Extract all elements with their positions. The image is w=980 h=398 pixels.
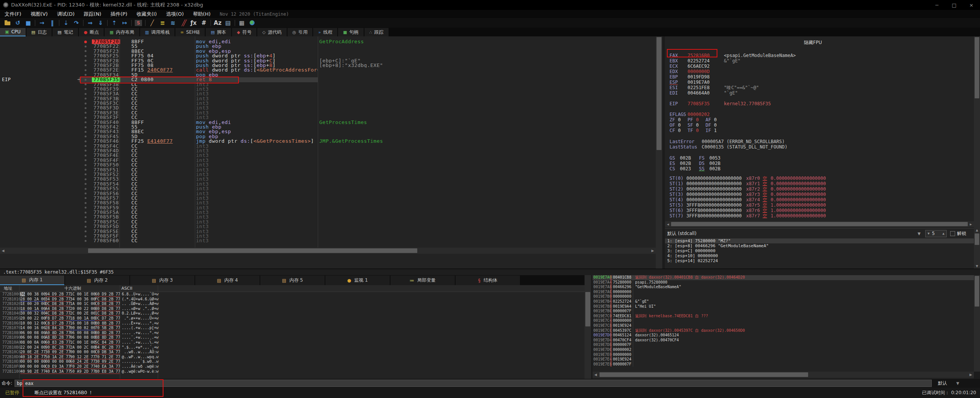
disasm-gutter[interactable] [79,144,92,148]
x87-row[interactable]: ST(0)00000000000000000000x87r0空0.0000000… [665,176,974,181]
register-row[interactable]: ECX6C6AEC92 [665,64,974,69]
run-to-user-code-icon[interactable]: ⇡ [109,19,119,27]
eflags-row[interactable]: EFLAGS00000202 [665,112,974,117]
x87-row[interactable]: ST(1)00000000000000000000x87r1空0.0000000… [665,181,974,186]
tab-breakpoints[interactable]: ●断点 [79,28,104,36]
menu-item-0[interactable]: 文件(F) [0,10,26,18]
last-row[interactable]: LastError000005A7 (ERROR_NO_SCROLLBARS) [665,139,974,144]
stack-row[interactable]: 0019E7D80000007F [593,343,974,347]
tab-notes[interactable]: ▤笔记 [52,28,78,36]
menu-item-6[interactable]: 选项(O) [162,10,188,18]
stack-row[interactable]: 0019E7D000465124daxxor(32).00465124 [593,333,974,338]
stack-row[interactable]: 0019E7C074EEDC81返回到 kernelbase.74EEDC81 … [593,314,974,319]
x87-row[interactable]: ST(3)00000000000000000000x87r3空0.0000000… [665,192,974,197]
disasm-gutter[interactable] [79,210,92,215]
disasm-gutter[interactable] [79,63,92,68]
tab-references[interactable]: ◎引用 [287,28,313,36]
disasm-gutter[interactable] [79,91,92,96]
dump-row[interactable]: 772B108006 00 08 00A0 8D 2B 7706 00 08 0… [0,331,591,336]
label-icon[interactable]: # [199,19,209,27]
x87-row[interactable]: ST(7)3FFF8000000000000000x87r7空1.0000000… [665,213,974,219]
stack-panel[interactable]: 0019E7A000401CB8返回到 daxxor(32).00401CB8 … [593,275,974,379]
dump-row[interactable]: 772B10C020 0E 2E 7730 09 2E 7700 00 00 0… [0,350,591,355]
disasm-gutter[interactable] [79,129,92,134]
stack-hscrollbar[interactable]: ◀▶ [593,372,974,378]
disasm-gutter[interactable] [79,158,92,163]
disasm-gutter[interactable] [79,196,92,201]
disasm-gutter[interactable] [79,177,92,181]
stack-row[interactable]: 0019E7DC00000002 [593,347,974,352]
disasm-hscrollbar[interactable]: ◀▶ [0,248,656,254]
dump-row[interactable]: 772B110040 98 2E 7740 EA 3A 7750 A9 2D 7… [0,369,591,374]
args-vscrollbar[interactable]: ▲ ▼ [974,228,980,269]
compare-icon[interactable]: ≋ [168,19,178,27]
dump-vscrollbar[interactable] [585,275,591,379]
menu-item-1[interactable]: 视图(V) [26,10,52,18]
dump-row[interactable]: 772B10E000 00 00 0000 00 00 0060 24 2E 7… [0,359,591,364]
calling-convention-select[interactable]: 默认 (stdcall) [667,230,696,237]
stack-row[interactable]: 0019E7CC0045397C返回到 daxxor(32).0045397C … [593,328,974,333]
stop-icon[interactable]: ■ [23,19,33,27]
argument-row[interactable]: 3: [esp+C] 00000000 [665,248,974,253]
disasm-gutter[interactable] [79,49,92,54]
stack-row[interactable]: 0019E7C400000000 [593,318,974,323]
x87-row[interactable]: ST(2)00000000000000000000x87r2空0.0000000… [665,186,974,192]
dump-row[interactable]: 772B10D040 18 2E 7750 1A 2E 7790 12 2E 7… [0,355,591,360]
command-preset[interactable]: 默认 [938,380,947,387]
step-into-icon[interactable]: ⇣ [61,19,71,27]
stack-vscrollbar[interactable] [974,275,980,372]
disasm-gutter[interactable] [79,115,92,120]
registers-panel[interactable]: 隐藏FPU EAX752816B0<psapi.GetModuleBaseNam… [665,36,974,228]
disasm-gutter[interactable] [79,206,92,210]
disasm-gutter[interactable] [79,168,92,172]
disasm-gutter[interactable] [79,139,92,144]
menu-item-2[interactable]: 调试(D) [52,10,79,18]
disasm-gutter[interactable] [79,101,92,106]
dump-tab-memory5[interactable]: ▤内存 5 [260,276,325,285]
globe-icon[interactable] [247,19,257,27]
hide-fpu-button[interactable]: 隐藏FPU [804,39,822,46]
disasm-gutter[interactable] [79,220,92,224]
dump-row[interactable]: 772B104030 00 32 004C D8 2B 772C 00 2E 0… [0,311,591,316]
menu-item-3[interactable]: 跟踪(N) [79,10,106,18]
seh-chain-icon[interactable]: S [133,19,144,27]
disasm-gutter[interactable] [79,163,92,167]
disasm-gutter[interactable] [79,82,92,87]
dump-tab-struct[interactable]: §结构体 [456,276,520,285]
stack-row[interactable]: 0019E7A800466296"GetModuleBaseNameA" [593,285,974,290]
disasm-gutter[interactable] [79,96,92,101]
step-out-icon[interactable]: ⇓ [95,19,106,27]
dump-row[interactable]: 772B103018 00 1A 00A4 D8 2B 7720 00 22 0… [0,307,591,312]
preferences-icon[interactable]: ▤ [223,19,233,27]
tab-trace[interactable]: ∴跟踪 [364,28,389,36]
disasm-gutter[interactable] [79,215,92,219]
disasm-gutter[interactable] [79,54,92,58]
disasm-gutter[interactable] [79,234,92,238]
dump-tab-locals[interactable]: ≔局部变量 [390,276,455,285]
run-icon[interactable]: → [37,19,47,27]
register-row[interactable]: EAX752816B0<psapi.GetModuleBaseNameA> [665,53,974,58]
dump-tab-memory1[interactable]: ▤内存 1 [0,276,64,285]
flags-row[interactable]: ZF0PF0AF0 [665,117,974,122]
segment-row[interactable]: CS0023SS002B [665,166,974,171]
tab-threads[interactable]: »线程 [313,28,337,36]
dump-row[interactable]: 772B10A008 00 0A 0060 83 2B 771C 00 1E 0… [0,340,591,345]
arguments-panel[interactable]: 默认 (stdcall) ▼ ▼ 5 ▲ 解锁 1: [esp+4] 75280… [665,228,974,269]
stack-row[interactable]: 0019E7E80000007F [593,362,974,367]
disasm-gutter[interactable] [79,68,92,72]
tab-script[interactable]: ▤脚本 [206,28,231,36]
command-input[interactable] [15,380,932,387]
stack-row[interactable]: 0019E7D400470CF4daxxor(32).00470CF4 [593,338,974,343]
disasm-gutter[interactable] [79,59,92,63]
menu-item-7[interactable]: 帮助(H) [188,10,215,18]
registers-hscrollbar[interactable]: ◀▶ [665,221,974,227]
register-row[interactable]: EBP0019FD98 [665,74,974,80]
disasm-gutter[interactable] [79,182,92,186]
comment-icon[interactable]: ≡ [157,19,168,27]
disasm-gutter[interactable] [79,120,92,125]
tab-source[interactable]: ◇源代码 [257,28,286,36]
dump-row[interactable]: 772B10201E 00 20 00DC D8 2B 771A 00 1C 0… [0,302,591,307]
disasm-gutter[interactable] [79,172,92,177]
dump-tab-memory4[interactable]: ▤内存 4 [195,276,260,285]
dump-tab-watch1[interactable]: ●监视 1 [325,276,390,285]
